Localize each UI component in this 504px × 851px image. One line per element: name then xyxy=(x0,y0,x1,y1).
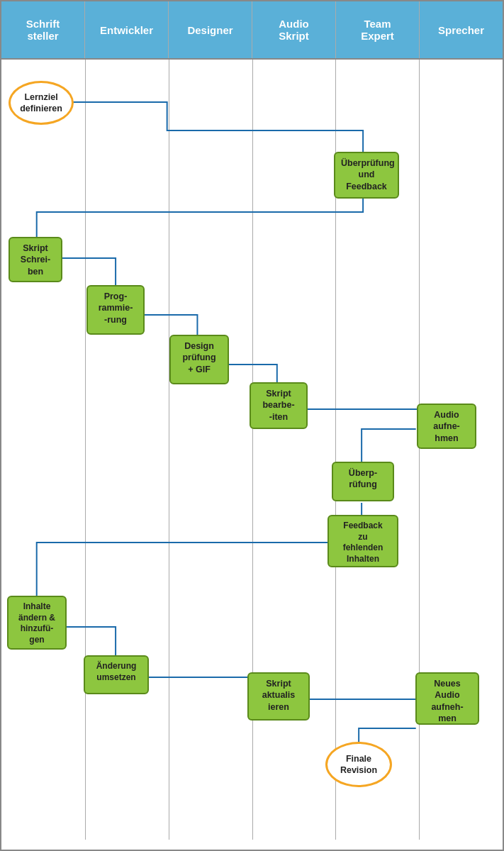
header-row: Schrift steller Entwickler Designer Audi… xyxy=(1,1,503,60)
box-audio-aufnehmen: Audioaufne-hmen xyxy=(417,404,476,449)
box-ueberpruefung2: Überp-rüfung xyxy=(332,462,394,501)
box-lernziel: Lernzieldefinieren xyxy=(9,81,74,125)
box-feedback-fehlend: FeedbackzufehlendenInhalten xyxy=(327,515,398,567)
box-skript-bearbeiten: Skriptbearbe--iten xyxy=(250,382,308,429)
box-neues-audio: NeuesAudioaufneh-men xyxy=(415,672,479,725)
col-line-2 xyxy=(169,60,169,840)
header-teamexpert: Team Expert xyxy=(336,1,420,58)
box-finale-revision: FinaleRevision xyxy=(325,742,392,787)
box-aenderung-umsetzen: Änderungumsetzen xyxy=(84,655,149,694)
box-inhalte-aendern: Inhalteändern &hinzufü-gen xyxy=(7,596,67,650)
header-schriftsteller: Schrift steller xyxy=(1,1,85,58)
col-line-1 xyxy=(85,60,86,840)
header-audioskript: Audio Skript xyxy=(252,1,336,58)
box-designpruefung: Designprüfung+ GIF xyxy=(169,335,229,384)
col-line-3 xyxy=(252,60,253,840)
box-skript-aktualisieren: Skriptaktualisieren xyxy=(247,672,310,721)
diagram-wrapper: Schrift steller Entwickler Designer Audi… xyxy=(0,0,504,851)
header-sprecher: Sprecher xyxy=(420,1,503,58)
header-designer: Designer xyxy=(169,1,252,58)
box-skript-schreiben: SkriptSchrei-ben xyxy=(9,237,62,282)
box-ueberpruefung1: ÜberprüfungundFeedback xyxy=(334,152,399,199)
box-programmierung: Prog-rammie--rung xyxy=(86,285,145,335)
body-area: Lernzieldefinieren ÜberprüfungundFeedbac… xyxy=(1,60,503,840)
header-entwickler: Entwickler xyxy=(85,1,169,58)
